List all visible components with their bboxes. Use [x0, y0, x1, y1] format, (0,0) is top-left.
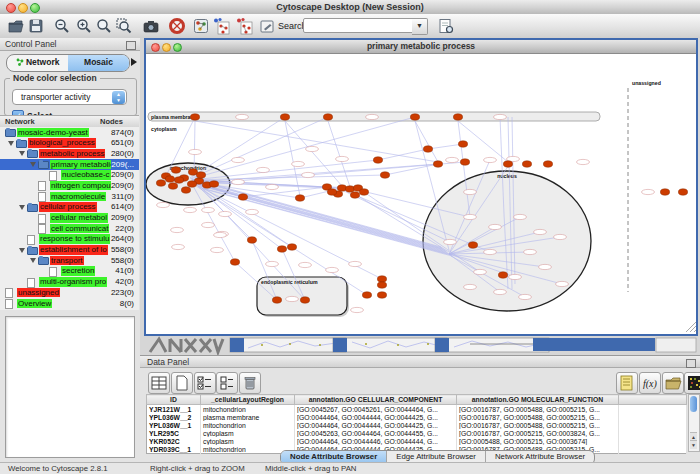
- tree-col-nodes[interactable]: Nodes: [100, 117, 123, 126]
- table-scrollbar[interactable]: ▲ ▼: [688, 394, 700, 452]
- delete-attribute-icon[interactable]: [239, 372, 261, 394]
- expander-icon[interactable]: [19, 151, 25, 156]
- gene-node[interactable]: [460, 159, 469, 165]
- expander-icon[interactable]: [8, 141, 14, 146]
- net-close-button[interactable]: [151, 43, 160, 52]
- gene-node[interactable]: [362, 292, 371, 298]
- window-fragment-5[interactable]: [656, 338, 696, 352]
- search-dropdown-button[interactable]: ▼: [412, 18, 428, 35]
- float-panel-icon[interactable]: [126, 41, 136, 50]
- column-header[interactable]: annotation.GO MOLECULAR_FUNCTION: [457, 395, 619, 405]
- select-attributes-icon[interactable]: [194, 372, 216, 394]
- network-window-titlebar[interactable]: primary metabolic process: [146, 40, 696, 54]
- table-row[interactable]: YPL036W__2plasma membrane[GO:0044464, GO…: [147, 413, 687, 421]
- gene-node[interactable]: [196, 172, 205, 178]
- table-cell[interactable]: [GO:0016787, GO:0005488, GO:0005215, G..…: [457, 413, 619, 421]
- dropdown-stepper-icon[interactable]: ▲▼: [112, 91, 125, 104]
- gene-node[interactable]: [323, 114, 332, 120]
- tab-mosaic[interactable]: Mosaic: [68, 55, 129, 71]
- table-cell[interactable]: mitochondrion: [201, 405, 295, 414]
- close-button[interactable]: [6, 3, 16, 13]
- tree-row[interactable]: cellular process614(0): [0, 202, 139, 213]
- annotation-icon[interactable]: [258, 17, 276, 35]
- column-header[interactable]: [619, 395, 687, 405]
- tree-row[interactable]: nitrogen compou209(0): [0, 180, 139, 191]
- function-builder-icon[interactable]: f(x): [639, 372, 661, 394]
- table-row[interactable]: YKR052Ccytoplasm[GO:0044464, GO:0044446,…: [147, 437, 687, 445]
- window-fragment-2[interactable]: [333, 338, 447, 352]
- table-cell[interactable]: [619, 405, 687, 414]
- gene-node[interactable]: [543, 161, 552, 167]
- more-tabs-arrow-icon[interactable]: [131, 58, 137, 66]
- table-cell[interactable]: [GO:0044464, GO:0044444, GO:0044425, G..…: [295, 421, 457, 429]
- gene-node[interactable]: [230, 259, 239, 265]
- table-cell[interactable]: [GO:0045263, GO:0044464, GO:0044455, G..…: [295, 429, 457, 437]
- tree-row[interactable]: primary metabolic209(...: [0, 159, 139, 170]
- table-cell[interactable]: [GO:0005488, GO:0005215, GO:0003674]: [457, 437, 619, 445]
- vizmapper-icon[interactable]: [192, 17, 210, 35]
- column-header[interactable]: _cellularLayoutRegion: [201, 395, 295, 405]
- network-view-window[interactable]: primary metabolic process plasma membran…: [144, 38, 698, 336]
- table-cell[interactable]: [GO:0044464, GO:0044446, GO:0044444, G..…: [295, 437, 457, 445]
- gene-node[interactable]: [433, 161, 442, 167]
- gene-node[interactable]: [410, 114, 419, 120]
- table-cell[interactable]: YPL036W__2: [147, 413, 201, 421]
- table-row[interactable]: YPL036W__1mitochondrion[GO:0044464, GO:0…: [147, 421, 687, 429]
- attribute-table[interactable]: ID_cellularLayoutRegionannotation.GO CEL…: [146, 394, 687, 454]
- table-cell[interactable]: YJR121W__1: [147, 405, 201, 414]
- save-icon[interactable]: [27, 17, 45, 35]
- load-attributes-icon[interactable]: [662, 372, 684, 394]
- gene-node[interactable]: [373, 157, 382, 163]
- table-cell[interactable]: [GO:0044464, GO:0044444, GO:0044425, G..…: [295, 413, 457, 421]
- gene-node[interactable]: [187, 181, 196, 187]
- gene-node[interactable]: [345, 186, 354, 192]
- scroll-down-icon[interactable]: ▼: [690, 440, 697, 449]
- table-cell[interactable]: YPL036W__1: [147, 421, 201, 429]
- birdseye-view[interactable]: [5, 316, 135, 458]
- gene-node[interactable]: [327, 189, 336, 195]
- table-cell[interactable]: mitochondrion: [201, 421, 295, 429]
- table-cell[interactable]: [GO:0016787, GO:0005488, GO:0005215, G..…: [457, 405, 619, 414]
- gene-node[interactable]: [423, 146, 432, 152]
- gene-node[interactable]: [280, 114, 289, 120]
- expander-icon[interactable]: [19, 205, 25, 210]
- tree-row[interactable]: secretion41(0): [0, 266, 139, 277]
- gene-node[interactable]: [190, 114, 199, 120]
- gene-node[interactable]: [300, 297, 309, 303]
- expander-icon[interactable]: [30, 258, 36, 263]
- gene-node[interactable]: [171, 167, 180, 173]
- gene-node[interactable]: [377, 292, 386, 298]
- table-cell[interactable]: plasma membrane: [201, 413, 295, 421]
- select-nodes-network-icon[interactable]: [212, 17, 230, 35]
- table-cell[interactable]: YDR039C__1: [147, 445, 201, 454]
- zoom-out-icon[interactable]: [53, 17, 71, 35]
- table-cell[interactable]: [GO:0016787, GO:0005215, GO:0003824, G..…: [457, 429, 619, 437]
- zoom-fit-icon[interactable]: [95, 17, 113, 35]
- gene-node[interactable]: [359, 189, 368, 195]
- tree-row[interactable]: metabolic process280(0): [0, 148, 139, 159]
- select-edges-network-icon[interactable]: [235, 17, 253, 35]
- expander-icon[interactable]: [30, 162, 36, 167]
- help-icon[interactable]: [168, 17, 186, 35]
- attribute-table-body[interactable]: YJR121W__1mitochondrion[GO:0045267, GO:0…: [147, 405, 687, 454]
- column-header[interactable]: ID: [147, 395, 201, 405]
- window-fragment-4[interactable]: [533, 338, 655, 351]
- tree-row[interactable]: establishment of lo558(0): [0, 245, 139, 256]
- tree-row[interactable]: unassigned223(0): [0, 287, 139, 298]
- window-fragment-1[interactable]: [230, 338, 346, 352]
- gene-node[interactable]: [522, 161, 531, 167]
- zoom-selected-region-icon[interactable]: [115, 17, 133, 35]
- network-canvas[interactable]: plasma membranecytoplasmmitochondrionnuc…: [146, 54, 696, 334]
- gene-node[interactable]: [156, 180, 165, 186]
- table-cell[interactable]: [619, 445, 687, 454]
- attribute-table-head[interactable]: ID_cellularLayoutRegionannotation.GO CEL…: [147, 395, 687, 405]
- gene-node[interactable]: [174, 177, 183, 183]
- tree-row[interactable]: Overview8(0): [0, 298, 139, 309]
- gene-node[interactable]: [453, 114, 462, 120]
- tree-row[interactable]: macromolecule311(0): [0, 191, 139, 202]
- table-row[interactable]: YLR295Ccytoplasm[GO:0045263, GO:0044464,…: [147, 429, 687, 437]
- gene-node[interactable]: [380, 172, 389, 178]
- gene-node[interactable]: [498, 272, 507, 278]
- tree-row[interactable]: mosaic-demo-yeast874(0): [0, 127, 139, 138]
- gene-node[interactable]: [350, 192, 359, 198]
